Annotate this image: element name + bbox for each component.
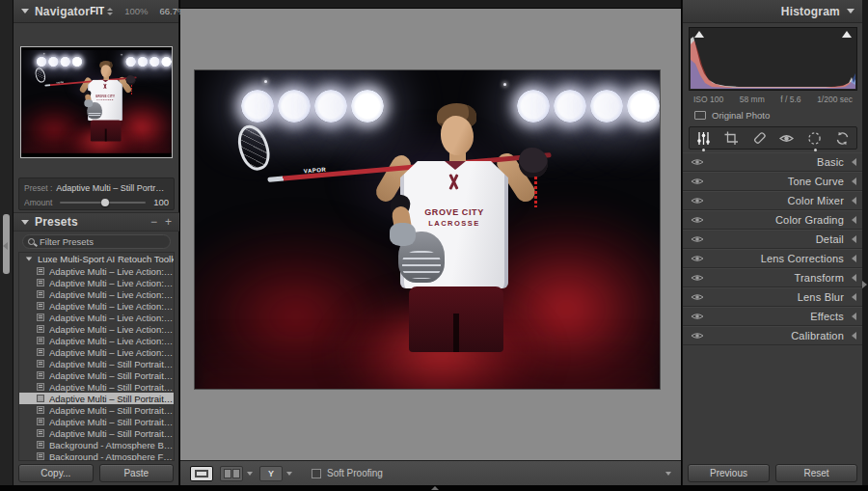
navigator-preview-photo[interactable]: VAPOR GROVE CITY LACROSSE xyxy=(21,50,172,153)
jersey-team-text: GROVE CITY xyxy=(88,95,122,97)
before-after-view-button[interactable]: Y xyxy=(259,466,283,481)
navigator-header[interactable]: Navigator FIT 100% 66.7% xyxy=(14,0,178,23)
preset-item[interactable]: Adaptive Multi – Live Action: Indoor Gym xyxy=(19,288,174,300)
panel-collapse-icon[interactable] xyxy=(852,255,856,262)
preset-item[interactable]: Adaptive Multi – Live Action: Track & Tu… xyxy=(19,346,174,358)
panel-eye-icon[interactable] xyxy=(691,292,704,302)
preset-item-icon xyxy=(37,279,44,286)
reset-button[interactable]: Reset xyxy=(775,464,857,482)
preset-item[interactable]: Adaptive Multi – Still Portrait: Field S… xyxy=(19,404,174,416)
panel-header-row[interactable]: Color Grading xyxy=(683,210,863,230)
panel-eye-icon[interactable] xyxy=(691,215,704,225)
preset-item[interactable]: Adaptive Multi – Still Portrait: Equestr… xyxy=(19,381,174,393)
histogram-disclosure-icon[interactable] xyxy=(847,9,854,14)
sync-tool[interactable] xyxy=(832,127,854,149)
panel-header-row[interactable]: Basic xyxy=(683,152,863,172)
photo-canvas[interactable]: VAPOR GROVE CITY LACROSSE xyxy=(195,70,660,389)
panel-header-row[interactable]: Color Mixer xyxy=(683,191,863,210)
preset-amount-bar: Preset : Adaptive Multi – Still Portrait… xyxy=(18,177,175,210)
collapse-presets-button[interactable]: − xyxy=(150,217,157,227)
panel-collapse-icon[interactable] xyxy=(852,197,856,205)
collapse-right-panel-icon[interactable] xyxy=(862,281,867,288)
panel-eye-icon[interactable] xyxy=(691,331,704,341)
panel-header-row[interactable]: Lens Corrections xyxy=(683,249,863,268)
zoom-fit-button[interactable]: FIT xyxy=(90,6,104,16)
preset-item-icon xyxy=(37,348,44,356)
preset-item[interactable]: Adaptive Multi – Live Action: Rodeo xyxy=(19,323,174,335)
crop-tool[interactable] xyxy=(720,127,742,149)
tool-strip xyxy=(689,126,857,150)
navigator-disclosure-icon[interactable] xyxy=(21,9,29,14)
preset-item[interactable]: Adaptive Multi – Still Portrait: Cheer &… xyxy=(19,358,174,369)
preset-item[interactable]: Adaptive Multi – Still Portrait: Water S… xyxy=(19,427,174,439)
preset-item[interactable]: Adaptive Multi – Live Action: Ice Rink xyxy=(19,277,174,288)
panel-eye-icon[interactable] xyxy=(691,177,704,186)
navigator-preview[interactable]: VAPOR GROVE CITY LACROSSE xyxy=(20,46,173,158)
panel-eye-icon[interactable] xyxy=(691,234,704,244)
panel-header-row[interactable]: Transform xyxy=(683,268,863,287)
panel-eye-icon[interactable] xyxy=(691,273,704,283)
panel-collapse-icon[interactable] xyxy=(852,177,856,185)
player-face xyxy=(441,116,474,155)
histogram-header[interactable]: Histogram xyxy=(683,0,862,23)
preset-item-icon xyxy=(37,360,44,368)
panel-eye-icon[interactable] xyxy=(691,196,704,205)
preset-item[interactable]: Adaptive Multi – Live Action: Poolside xyxy=(19,312,174,323)
panel-collapse-icon[interactable] xyxy=(852,216,856,224)
panel-header-row[interactable]: Calibration xyxy=(683,326,863,345)
preset-item[interactable]: Adaptive Multi – Still Portrait: Extreme… xyxy=(19,393,174,404)
copy-button[interactable]: Copy... xyxy=(18,464,94,482)
preset-item[interactable]: Background - Atmosphere Foggy Haze xyxy=(19,450,174,461)
panel-eye-icon[interactable] xyxy=(691,312,704,321)
preset-item[interactable]: Adaptive Multi – Live Action: Beach xyxy=(19,265,174,277)
collapse-left-panel-icon[interactable] xyxy=(3,242,8,250)
soft-proofing-checkbox[interactable] xyxy=(312,469,321,478)
healing-tool[interactable] xyxy=(748,127,770,149)
loupe-view-button[interactable] xyxy=(190,466,213,481)
compare-view-button[interactable] xyxy=(220,466,243,481)
panel-header-row[interactable]: Detail xyxy=(683,230,863,249)
preset-item-icon xyxy=(37,429,44,437)
compare-view-caret-icon[interactable] xyxy=(247,472,253,476)
preset-item[interactable]: Adaptive Multi – Still Portrait: Court S… xyxy=(19,369,174,381)
preset-item[interactable]: Adaptive Multi – Live Action: Stadium xyxy=(19,335,174,346)
red-eye-tool[interactable] xyxy=(776,127,798,149)
panel-collapse-icon[interactable] xyxy=(852,332,856,340)
original-photo-row[interactable]: Original Photo xyxy=(689,108,857,122)
previous-button[interactable]: Previous xyxy=(688,464,770,482)
masking-tool[interactable] xyxy=(804,127,826,149)
histogram-graph[interactable] xyxy=(689,27,857,91)
panel-header-row[interactable]: Effects xyxy=(683,307,863,326)
presets-disclosure-icon[interactable] xyxy=(21,220,29,225)
amount-slider-thumb[interactable] xyxy=(101,199,109,206)
panel-collapse-icon[interactable] xyxy=(852,274,856,282)
preset-group-disclosure-icon[interactable] xyxy=(26,258,32,261)
preset-item[interactable]: Adaptive Multi – Still Portrait: Gymnast… xyxy=(19,416,174,427)
panel-collapse-icon[interactable] xyxy=(852,158,856,166)
presets-title: Presets xyxy=(35,215,78,229)
amount-slider[interactable] xyxy=(60,202,146,204)
panel-collapse-icon[interactable] xyxy=(852,235,856,243)
panel-collapse-icon[interactable] xyxy=(852,313,856,320)
left-panel-group: Navigator FIT 100% 66.7% xyxy=(14,0,179,485)
before-after-caret-icon[interactable] xyxy=(286,472,292,476)
panel-header-row[interactable]: Lens Blur xyxy=(683,287,863,307)
panel-eye-icon[interactable] xyxy=(691,157,704,167)
zoom-fit-spinner-icon[interactable] xyxy=(107,8,113,15)
panel-header-row[interactable]: Tone Curve xyxy=(683,172,863,191)
panel-collapse-icon[interactable] xyxy=(852,293,856,301)
toolbar-options-caret-icon[interactable] xyxy=(665,472,671,476)
presets-header[interactable]: Presets − + xyxy=(14,212,179,232)
create-preset-button[interactable]: + xyxy=(165,217,172,227)
preset-item-icon xyxy=(37,441,44,449)
preset-item[interactable]: Adaptive Multi – Live Action: Off-Road xyxy=(19,300,174,312)
zoom-100-button[interactable]: 100% xyxy=(124,6,148,16)
presets-list: Luxe Multi-Sport AI Retouch Toolkit Adap… xyxy=(18,252,175,461)
preset-item[interactable]: Background - Atmosphere Bokeh Glow xyxy=(19,439,174,450)
edit-sliders-tool[interactable] xyxy=(692,127,714,149)
preset-group-row[interactable]: Luxe Multi-Sport AI Retouch Toolkit xyxy=(19,253,174,265)
panel-eye-icon[interactable] xyxy=(691,254,704,263)
show-filmstrip-icon[interactable] xyxy=(431,486,439,490)
paste-button[interactable]: Paste xyxy=(99,464,175,482)
filter-presets-field[interactable]: Filter Presets xyxy=(22,234,171,249)
